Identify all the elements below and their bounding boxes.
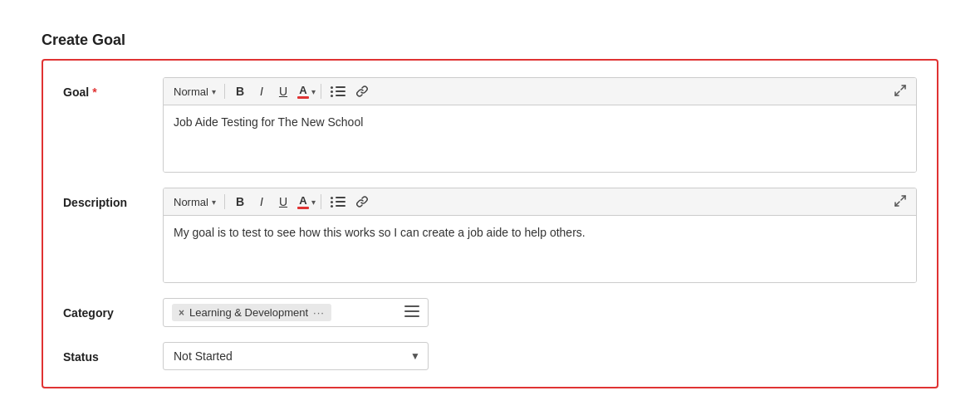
goal-bold-button[interactable]: B	[230, 82, 250, 100]
description-row: Description Normal ▾ B I U	[63, 188, 917, 283]
goal-label: Goal *	[63, 77, 163, 99]
category-remove-button[interactable]: ×	[179, 307, 184, 319]
description-style-select[interactable]: Normal	[170, 194, 212, 210]
goal-underline-button[interactable]: U	[273, 82, 293, 100]
description-style-chevron: ▾	[212, 198, 216, 207]
description-list-button[interactable]	[326, 194, 350, 210]
svg-rect-6	[404, 315, 419, 317]
category-control-area: × Learning & Development ···	[163, 298, 917, 327]
goal-style-select-wrap[interactable]: Normal ▾	[170, 84, 216, 100]
goal-editor-area: Normal ▾ B I U A ▾	[163, 77, 917, 173]
desc-font-color-letter: A	[299, 195, 306, 206]
description-text: My goal is to test to see how this works…	[174, 224, 906, 242]
category-menu-icon[interactable]	[404, 305, 419, 320]
goal-link-button[interactable]	[351, 82, 373, 100]
goal-row: Goal * Normal ▾ B I U	[63, 77, 917, 173]
description-editor-content[interactable]: My goal is to test to see how this works…	[164, 216, 916, 282]
goal-rich-editor: Normal ▾ B I U A ▾	[163, 77, 917, 173]
expand-icon	[894, 85, 906, 96]
desc-list-line-1	[331, 197, 345, 199]
goal-expand-button[interactable]	[891, 83, 909, 100]
status-label: Status	[63, 342, 163, 364]
goal-toolbar-divider-2	[321, 84, 321, 99]
form-card: Goal * Normal ▾ B I U	[42, 59, 938, 388]
svg-rect-5	[404, 310, 419, 312]
goal-list-button[interactable]	[326, 84, 350, 100]
goal-italic-button[interactable]: I	[252, 82, 272, 100]
description-expand-button[interactable]	[891, 193, 909, 211]
status-select[interactable]: Not Started In Progress Completed On Hol…	[163, 342, 429, 370]
description-label: Description	[63, 188, 163, 209]
list-line-1	[331, 86, 345, 89]
goal-editor-content[interactable]: Job Aide Testing for The New School	[164, 105, 916, 172]
list-line-2	[331, 90, 345, 93]
goal-style-select[interactable]: Normal	[170, 84, 212, 100]
page-title: Create Goal	[42, 32, 938, 49]
description-font-color-button[interactable]: A	[295, 193, 311, 211]
goal-text: Job Aide Testing for The New School	[174, 114, 906, 131]
description-rich-editor: Normal ▾ B I U A ▾	[163, 188, 917, 283]
goal-toolbar: Normal ▾ B I U A ▾	[164, 78, 916, 105]
status-select-wrapper: Not Started In Progress Completed On Hol…	[163, 342, 429, 370]
list-line-3	[331, 95, 345, 97]
category-tag-dots: ···	[313, 306, 325, 319]
font-color-letter: A	[299, 85, 306, 95]
category-tag: × Learning & Development ···	[172, 304, 331, 321]
description-style-select-wrap[interactable]: Normal ▾	[170, 194, 216, 210]
goal-toolbar-divider-1	[224, 84, 225, 99]
svg-rect-4	[404, 305, 419, 307]
description-toolbar: Normal ▾ B I U A ▾	[164, 188, 916, 216]
category-row: Category × Learning & Development ···	[63, 298, 917, 327]
create-goal-page: Create Goal Goal * Normal ▾	[33, 23, 947, 397]
goal-style-chevron: ▾	[212, 87, 216, 96]
description-underline-button[interactable]: U	[273, 193, 293, 211]
desc-font-color-bar	[297, 207, 309, 209]
desc-toolbar-divider-2	[321, 194, 321, 209]
description-editor-area: Normal ▾ B I U A ▾	[163, 188, 917, 283]
goal-font-color-button[interactable]: A	[295, 83, 311, 100]
desc-list-line-2	[331, 201, 345, 203]
description-italic-button[interactable]: I	[252, 193, 272, 211]
goal-font-color-chevron: ▾	[311, 87, 316, 96]
font-color-bar	[297, 96, 309, 99]
description-link-button[interactable]	[351, 193, 373, 211]
status-row: Status Not Started In Progress Completed…	[63, 342, 917, 370]
status-control-area: Not Started In Progress Completed On Hol…	[163, 342, 917, 370]
description-font-color-chevron: ▾	[311, 198, 316, 207]
category-tag-label: Learning & Development	[189, 306, 308, 319]
category-label: Category	[63, 298, 163, 320]
link-icon	[355, 85, 369, 98]
desc-toolbar-divider-1	[224, 194, 225, 209]
category-field[interactable]: × Learning & Development ···	[163, 298, 429, 327]
description-bold-button[interactable]: B	[230, 193, 250, 211]
desc-list-line-3	[331, 205, 345, 208]
required-indicator: *	[92, 85, 96, 99]
desc-link-icon	[355, 195, 369, 208]
desc-expand-icon	[894, 195, 906, 207]
